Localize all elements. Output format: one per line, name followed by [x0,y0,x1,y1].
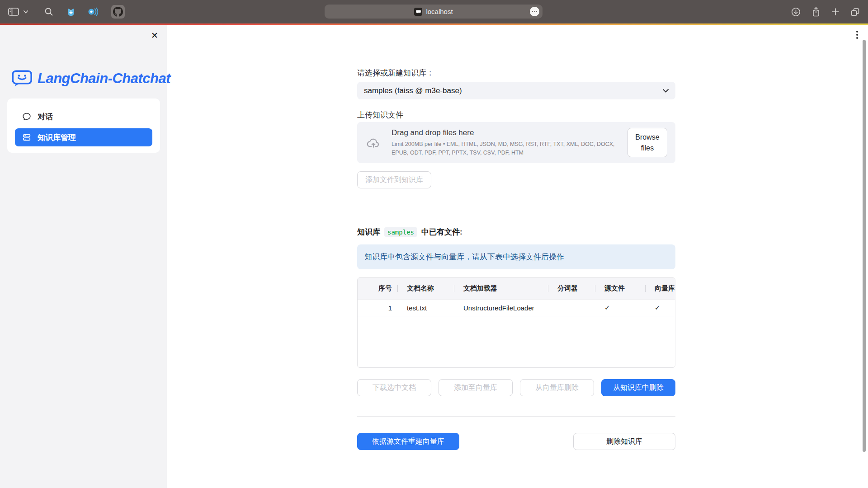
vertical-scrollbar[interactable] [863,40,866,452]
page-content: 请选择或新建知识库： samples (faiss @ m3e-base) 上传… [357,68,675,450]
cat-catch-extension-icon[interactable] [66,7,76,17]
kb-select-label: 请选择或新建知识库： [357,68,675,78]
database-icon [22,133,31,142]
url-bar[interactable]: localhost [325,5,542,19]
kb-files-heading: 知识库 samples 中已有文件: [357,227,675,237]
cell-doc-name: test.txt [397,300,454,316]
divider [357,416,675,417]
sidebar-item-knowledge-base[interactable]: 知识库管理 [15,128,152,146]
dropzone-title: Drag and drop files here [392,128,617,137]
sidebar-close-icon[interactable]: ✕ [149,29,160,42]
kb-footer-actions: 依据源文件重建向量库 删除知识库 [357,433,675,450]
table-actions: 下载选中文档 添加至向量库 从向量库删除 从知识库中删除 [357,379,675,396]
table-header-row: 序号 文档名称 文档加载器 分词器 源文件 向量库 [358,278,675,299]
sidebar-nav: 对话 知识库管理 [7,99,160,153]
col-header-loader: 文档加载器 [454,278,548,299]
github-extension-icon[interactable] [111,5,125,19]
cloud-upload-icon [366,137,381,149]
download-selected-button[interactable]: 下载选中文档 [357,379,431,396]
new-tab-icon[interactable] [831,8,840,16]
cell-vector-store-check: ✓ [645,300,675,316]
share-icon[interactable] [811,7,821,17]
kb-files-table: 序号 文档名称 文档加载器 分词器 源文件 向量库 1 test.txt Uns… [357,277,675,368]
browse-files-button[interactable]: Browse files [627,128,667,157]
file-dropzone[interactable]: Drag and drop files here Limit 200MB per… [357,122,675,163]
chevron-down-icon [663,89,669,93]
delete-from-vector-store-button[interactable]: 从向量库删除 [520,379,594,396]
kb-select-value: samples (faiss @ m3e-base) [364,86,462,95]
app-menu-kebab-icon[interactable] [855,30,859,40]
tab-overview-icon[interactable] [850,7,860,17]
main-area: 请选择或新建知识库： samples (faiss @ m3e-base) 上传… [167,25,868,488]
sidebar-item-dialogue[interactable]: 对话 [15,108,152,126]
delete-kb-button[interactable]: 删除知识库 [573,433,675,450]
search-icon[interactable] [44,7,53,16]
cell-loader: UnstructuredFileLoader [454,300,548,316]
add-files-to-kb-button[interactable]: 添加文件到知识库 [357,171,431,188]
cell-source-file-check: ✓ [595,300,645,316]
rebuild-vector-store-button[interactable]: 依据源文件重建向量库 [357,433,459,450]
kb-select[interactable]: samples (faiss @ m3e-base) [357,82,675,99]
downloads-icon[interactable] [791,7,801,17]
sidebar-item-label: 对话 [38,112,53,122]
logo-chat-bubble-icon [12,70,33,87]
kb-name-code: samples [384,227,417,237]
upload-label: 上传知识文件 [357,110,675,120]
sidebar-item-label: 知识库管理 [38,132,76,143]
circles-extension-icon[interactable] [88,7,99,17]
col-header-vector-store: 向量库 [645,278,675,299]
delete-from-kb-button[interactable]: 从知识库中删除 [601,379,675,396]
url-text: localhost [426,8,453,15]
col-header-doc-name: 文档名称 [397,278,454,299]
dropzone-hint: Limit 200MB per file • EML, HTML, JSON, … [392,140,617,157]
app-logo: LangChain-Chatchat [12,70,170,87]
sidebar-toggle-icon[interactable] [8,8,19,16]
cell-index: 1 [358,300,397,316]
col-header-splitter: 分词器 [548,278,595,299]
site-favicon-icon [414,8,422,16]
sidebar-chevron-down-icon[interactable] [24,10,28,14]
cell-splitter [548,300,595,316]
col-header-index: 序号 [358,278,397,299]
info-banner: 知识库中包含源文件与向量库，请从下表中选择文件后操作 [357,244,675,269]
divider [357,213,675,213]
page-options-icon[interactable] [530,7,539,16]
logo-text: LangChain-Chatchat [38,70,170,87]
kb-heading-prefix: 知识库 [357,227,380,237]
app-sidebar: ✕ LangChain-Chatchat 对话 [0,25,167,488]
col-header-source-file: 源文件 [595,278,645,299]
streamlit-decoration-bar [0,23,868,25]
kb-heading-suffix: 中已有文件: [421,227,462,237]
add-to-vector-store-button[interactable]: 添加至向量库 [439,379,513,396]
table-row[interactable]: 1 test.txt UnstructuredFileLoader ✓ ✓ [358,299,675,316]
browser-toolbar: localhost [0,0,868,23]
chat-bubble-icon [22,112,31,121]
dropzone-text: Drag and drop files here Limit 200MB per… [392,128,617,157]
